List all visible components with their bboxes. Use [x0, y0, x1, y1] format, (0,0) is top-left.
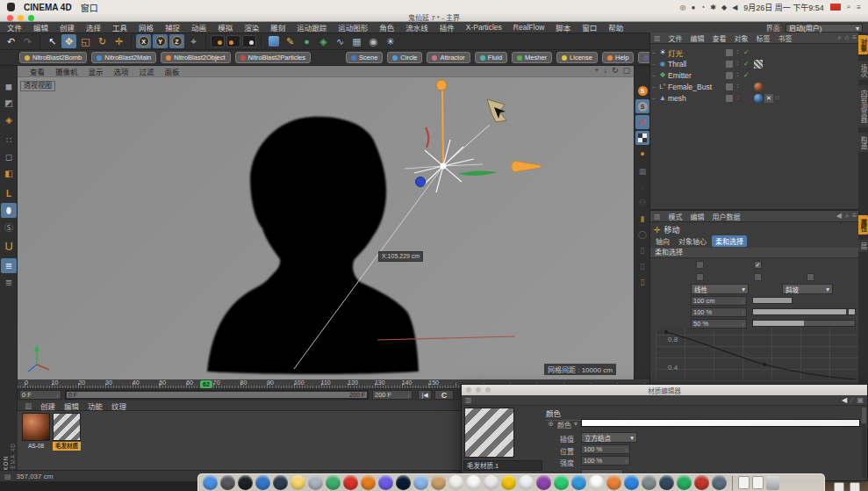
position-field[interactable]: 100 %↕ [581, 444, 630, 454]
render-view-button[interactable] [211, 35, 225, 47]
lock-icon[interactable]: ▣ [857, 396, 864, 404]
c4d-menu-item[interactable]: 捕捉 [165, 22, 180, 32]
chevron-down-icon[interactable]: ▾ [574, 420, 577, 428]
xparticles-button[interactable]: Scene [346, 52, 383, 63]
generators-menu-button[interactable]: ● [299, 34, 314, 48]
c4d-menu-item[interactable]: 编辑 [33, 22, 48, 32]
object-manager-toolbar-icon[interactable]: ≡ [852, 33, 857, 42]
dock-icon[interactable] [203, 475, 218, 490]
enabled-check-icon[interactable]: ✓ [743, 48, 752, 56]
dock-icon[interactable] [659, 475, 674, 490]
cache-icon[interactable]: ▯ [635, 243, 649, 257]
macos-menu-window[interactable]: 窗口 [81, 1, 98, 14]
layer-chip[interactable] [726, 83, 733, 90]
c4d-menu-item[interactable]: 窗口 [582, 22, 597, 32]
dock-icon[interactable] [589, 475, 604, 490]
status-icon[interactable]: ◀ [732, 4, 737, 11]
object-manager-menu-item[interactable]: 文件 [669, 33, 683, 43]
x-tag-icon[interactable]: ✕ [764, 94, 773, 103]
redo-button[interactable]: ↷ [20, 34, 35, 48]
material-thumb-hair[interactable] [53, 413, 81, 441]
material-thumb-sphere[interactable] [22, 413, 50, 441]
material-editor-name-field[interactable]: 毛发材质.1 [463, 460, 542, 471]
menu-list-icon[interactable]: ≡ [857, 4, 861, 11]
nitroblast-button[interactable]: NitroBlast2Bomb [19, 52, 87, 63]
tab-takes[interactable]: 场次 [858, 61, 868, 80]
width-field[interactable]: 50 %↕ [691, 319, 747, 329]
material-name-selected[interactable]: 毛发材质 [53, 442, 81, 451]
dock-icon[interactable] [571, 475, 586, 490]
render-settings-button[interactable] [242, 35, 256, 47]
tab-objects[interactable]: 对象 [858, 35, 868, 54]
coords-icon[interactable]: ▤ [4, 473, 11, 480]
last-tool[interactable]: ✛ [111, 34, 126, 48]
scrollbar[interactable] [862, 408, 866, 478]
radius-mini-slider[interactable] [752, 297, 793, 304]
mode-dropdown[interactable]: 斜坡▾ [782, 284, 833, 294]
c4d-menu-item[interactable]: 运动跟踪 [297, 22, 326, 32]
dock-icon[interactable] [606, 475, 621, 490]
c4d-menu-item[interactable]: 雕刻 [270, 22, 285, 32]
dock-icon[interactable] [712, 475, 727, 490]
timeline-playhead[interactable]: 62 [200, 380, 212, 388]
spline-primitive-button[interactable]: ∿ [333, 34, 348, 48]
add-cube-menu-button[interactable] [266, 34, 281, 48]
status-icon[interactable]: ✱ [710, 4, 716, 11]
object-manager-menu-item[interactable]: 书签 [778, 33, 793, 43]
checker-icon[interactable] [635, 131, 649, 145]
c4d-menu-item[interactable]: 动画 [191, 22, 206, 32]
falloff-dropdown[interactable]: 线性▾ [691, 284, 749, 294]
material-manager-menu-item[interactable]: 创建 [40, 401, 55, 411]
circle-tool-icon[interactable]: ◌ [635, 180, 649, 194]
loop-button[interactable]: C [434, 390, 454, 400]
xparticles-button[interactable]: Help [602, 52, 634, 63]
layer-chip[interactable] [726, 72, 733, 79]
coordinate-system-button[interactable]: ⌖ [186, 34, 201, 48]
object-manager-toolbar-icon[interactable]: ⌂ [844, 33, 849, 42]
dock-icon[interactable] [484, 475, 499, 490]
grid-view-icon[interactable]: ▥ [465, 396, 472, 404]
c4d-menu-item[interactable]: RealFlow [513, 23, 544, 32]
dock-icon[interactable] [431, 475, 446, 490]
material-manager-menu-item[interactable]: 编辑 [64, 401, 79, 411]
object-row-mesh[interactable]: –▲ mesh ∶✓ ✕ ∷ [650, 92, 859, 104]
object-manager-toolbar-icon[interactable]: ⌕ [837, 33, 841, 42]
layers-locked-icon[interactable]: ≣ [1, 258, 17, 273]
attributes-toolbar-icon[interactable]: ≡ [852, 212, 857, 220]
barrel-icon[interactable]: ▮ [635, 212, 649, 226]
polygons-mode-icon[interactable]: ◧ [1, 166, 17, 181]
panel-icon[interactable]: ▥ [25, 401, 32, 410]
c4d-menu-item[interactable]: 网格 [139, 22, 154, 32]
scene-canvas[interactable] [18, 66, 634, 379]
camera-menu-button[interactable]: ◉ [366, 34, 381, 48]
tab-content-browser[interactable]: 内容浏览器 [858, 85, 868, 127]
c4d-menu-item[interactable]: 插件 [440, 22, 455, 32]
visibility-dots[interactable]: ∶ [736, 60, 743, 68]
material-manager-menu-item[interactable]: 纹理 [111, 401, 126, 411]
tab-structure[interactable]: 构造 [858, 133, 868, 152]
object-manager-menu-item[interactable]: 查看 [713, 33, 727, 43]
dock-icon[interactable] [642, 475, 656, 490]
object-row-emitter[interactable]: –❖ Emitter ∶✓ [650, 69, 859, 81]
range-slider-bar[interactable]: 0 F200 F [67, 392, 367, 398]
phong-tag-icon[interactable] [754, 94, 763, 103]
layers-alt-icon[interactable]: ≣ [1, 275, 17, 290]
preview-checkbox[interactable]: ✓ [754, 261, 762, 269]
visibility-dots[interactable]: ∶ [736, 48, 743, 56]
dock-icon[interactable] [466, 475, 481, 490]
undo-button[interactable]: ↶ [4, 34, 18, 48]
rotate-tool[interactable]: ↻ [95, 34, 110, 48]
dock-icon[interactable] [501, 475, 516, 490]
desktop-file-icon[interactable] [850, 482, 860, 491]
xparticles-button[interactable]: Attractor [427, 52, 470, 63]
c4d-menu-item[interactable]: 运动图形 [338, 22, 368, 32]
orange-ball-icon[interactable]: ● [635, 147, 649, 161]
xparticles-button[interactable]: Fluid [475, 52, 507, 63]
macos-app-name[interactable]: CINEMA 4D [24, 3, 72, 12]
c4d-menu-item[interactable]: 工具 [112, 22, 127, 32]
swap-arrows-icon[interactable]: ⇄ [635, 115, 649, 129]
perspective-viewport[interactable]: 查看摄像机显示选项过滤面板 +↓↻▢ 透视视图 [18, 66, 634, 379]
status-icon[interactable]: ◎ [680, 4, 686, 11]
back-arrow-icon[interactable]: ◀ [842, 396, 847, 404]
xp-system-icon[interactable]: S [635, 83, 649, 97]
